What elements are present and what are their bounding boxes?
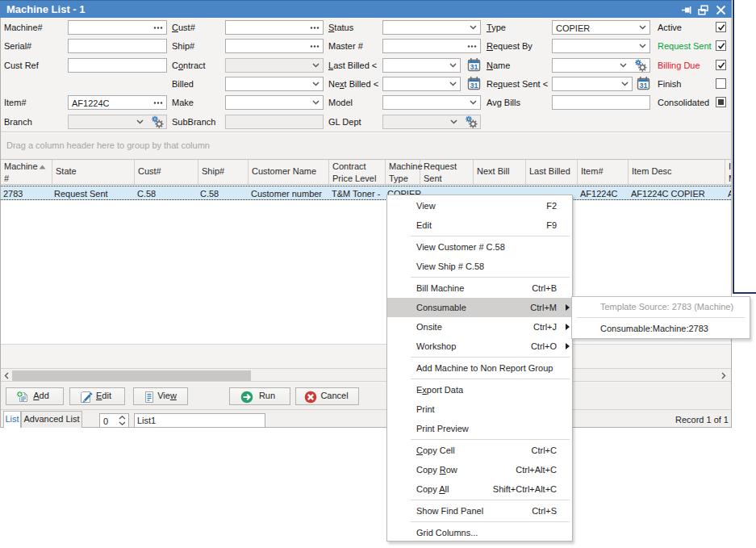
- svg-text:31: 31: [639, 82, 647, 90]
- svg-text:31: 31: [470, 82, 478, 90]
- svg-text:31: 31: [470, 63, 478, 71]
